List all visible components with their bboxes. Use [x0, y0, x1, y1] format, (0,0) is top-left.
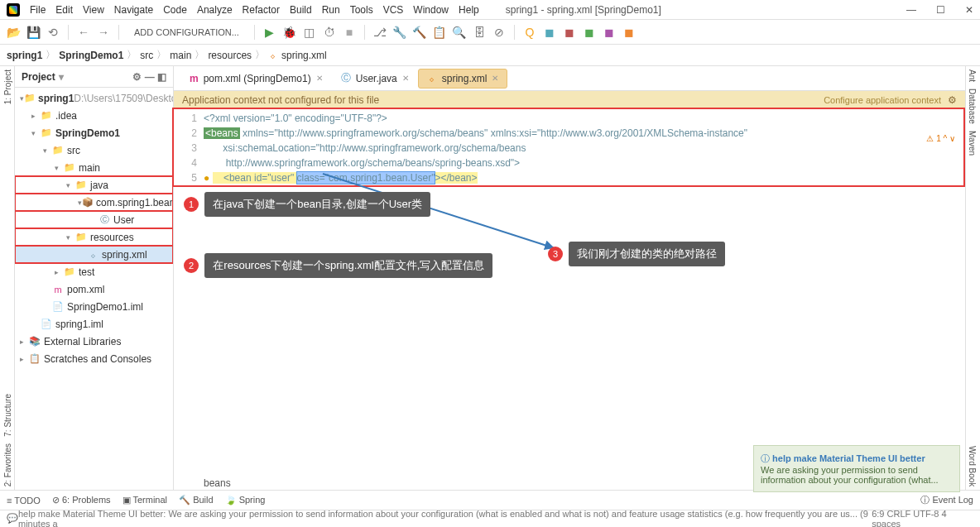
tree-item[interactable]: ▸📋Scratches and Consoles	[15, 350, 173, 367]
crumb-src[interactable]: src	[140, 50, 153, 61]
save-icon[interactable]: 💾	[26, 26, 40, 39]
toast-body: We are asking your permission to send in…	[761, 465, 939, 485]
tab-user[interactable]: ⒸUser.java✕	[332, 67, 418, 89]
right-sidebar: Ant Database Maven Word Book	[965, 66, 980, 490]
menu-help[interactable]: Help	[459, 4, 479, 16]
sq4-icon[interactable]: ◼	[603, 26, 616, 39]
toolbar: 📂 💾 ⟲ ← → ADD CONFIGURATION... ▶ 🐞 ◫ ⏱ ■…	[0, 20, 980, 45]
configure-context-link[interactable]: Configure application context	[824, 95, 941, 105]
run-icon[interactable]: ▶	[263, 26, 276, 39]
tree-item[interactable]: ▸📁.idea	[15, 107, 173, 124]
close-icon[interactable]: ✕	[965, 4, 973, 16]
sq3-icon[interactable]: ◼	[583, 26, 596, 39]
menu-refactor[interactable]: Refactor	[243, 4, 280, 16]
menu-view[interactable]: View	[83, 4, 104, 16]
tab-eventlog[interactable]: Event Log	[932, 495, 973, 505]
structure-icon[interactable]: 📋	[433, 26, 446, 39]
sq1-icon[interactable]: ◼	[543, 26, 556, 39]
menu-bar: File Edit View Navigate Code Analyze Ref…	[0, 0, 980, 20]
debug-icon[interactable]: 🐞	[283, 26, 296, 39]
tab-terminal[interactable]: Terminal	[132, 495, 167, 505]
sidebar-maven[interactable]: Maven	[966, 127, 980, 159]
forward-icon[interactable]: →	[97, 26, 110, 39]
close-tab-icon[interactable]: ✕	[402, 74, 409, 83]
menu-file[interactable]: File	[30, 4, 46, 16]
tree-item[interactable]: 📄spring1.iml	[15, 315, 173, 333]
annotation-2-icon: 2	[184, 258, 199, 273]
tree-item[interactable]: ▾📦com.spring1.bean	[15, 194, 173, 211]
project-settings-icon[interactable]: ⚙ — ◧	[132, 71, 166, 83]
tree-item[interactable]: ▾📁SpringDemo1	[15, 124, 173, 141]
sidebar-structure[interactable]: 7: Structure	[0, 390, 14, 440]
menu-edit[interactable]: Edit	[55, 4, 73, 16]
tree-item[interactable]: ▾📁main	[15, 159, 173, 176]
q-icon[interactable]: Q	[523, 26, 536, 39]
menu-window[interactable]: Window	[413, 4, 449, 16]
add-configuration-button[interactable]: ADD CONFIGURATION...	[127, 26, 246, 39]
tab-todo[interactable]: TODO	[14, 496, 41, 505]
gear-icon[interactable]: ⚙	[948, 94, 957, 106]
tree-item[interactable]: ▸📁test	[15, 263, 173, 280]
window-title: spring1 - spring.xml [SpringDemo1]	[506, 4, 661, 16]
search-icon[interactable]: 🔍	[453, 26, 466, 39]
tree-item[interactable]: 📄SpringDemo1.iml	[15, 298, 173, 315]
crumb-spring1[interactable]: spring1	[7, 50, 42, 61]
open-icon[interactable]: 📂	[7, 26, 20, 39]
sq2-icon[interactable]: ◼	[563, 26, 576, 39]
sq5-icon[interactable]: ◼	[622, 26, 636, 39]
sidebar-project[interactable]: 1: Project	[0, 66, 14, 108]
tree-item[interactable]: ▸📚External Libraries	[15, 333, 173, 350]
menu-build[interactable]: Build	[290, 4, 312, 16]
toast-title: help make Material Theme UI better	[772, 453, 925, 463]
crumb-springxml[interactable]: spring.xml	[281, 50, 327, 61]
menu-run[interactable]: Run	[322, 4, 340, 16]
tool-icon[interactable]: 🔧	[393, 26, 406, 39]
tree-item[interactable]: mpom.xml	[15, 280, 173, 298]
close-tab-icon[interactable]: ✕	[316, 74, 323, 83]
editor-area: mpom.xml (SpringDemo1)✕ ⒸUser.java✕ 🝔spr…	[174, 66, 965, 490]
tab-spring[interactable]: Spring	[239, 495, 266, 505]
db-icon[interactable]: 🗄	[473, 26, 486, 39]
tree-item[interactable]: ⒸUser	[15, 211, 173, 228]
editor-breadcrumb[interactable]: beans	[204, 477, 231, 489]
back-icon[interactable]: ←	[77, 26, 90, 39]
menu-code[interactable]: Code	[163, 4, 187, 16]
tab-pom[interactable]: mpom.xml (SpringDemo1)✕	[180, 69, 332, 89]
stop-icon[interactable]: ■	[343, 26, 356, 39]
tree-item[interactable]: 🝔spring.xml	[15, 246, 173, 263]
tab-build[interactable]: Build	[193, 495, 213, 505]
refresh-icon[interactable]: ⟲	[46, 26, 60, 39]
minimize-icon[interactable]: —	[906, 4, 916, 16]
block-icon[interactable]: ⊘	[492, 26, 506, 39]
sidebar-ant[interactable]: Ant	[966, 66, 980, 85]
tree-item[interactable]: ▾📁spring1 D:\Users\17509\Desktop	[15, 89, 173, 107]
notification-toast[interactable]: ⓘ help make Material Theme UI better We …	[753, 445, 960, 492]
editor-tabs: mpom.xml (SpringDemo1)✕ ⒸUser.java✕ 🝔spr…	[174, 66, 965, 91]
project-panel: Project ▾ ⚙ — ◧ ▾📁spring1 D:\Users\17509…	[15, 66, 174, 490]
maximize-icon[interactable]: ☐	[936, 4, 945, 16]
crumb-springdemo1[interactable]: SpringDemo1	[59, 50, 123, 61]
tree-item[interactable]: ▾📁src	[15, 141, 173, 159]
status-message: help make Material Theme UI better: We a…	[18, 509, 872, 528]
tree-item[interactable]: ▾📁resources	[15, 228, 173, 246]
tree-item[interactable]: ▾📁java	[15, 176, 173, 194]
menu-analyze[interactable]: Analyze	[197, 4, 233, 16]
menu-vcs[interactable]: VCS	[383, 4, 404, 16]
tab-problems[interactable]: 6: Problems	[62, 495, 111, 505]
sidebar-wordbook[interactable]: Word Book	[966, 443, 980, 490]
menu-navigate[interactable]: Navigate	[114, 4, 153, 16]
coverage-icon[interactable]: ◫	[303, 26, 316, 39]
sidebar-favorites[interactable]: 2: Favorites	[0, 440, 14, 490]
crumb-resources[interactable]: resources	[208, 50, 252, 61]
sidebar-database[interactable]: Database	[966, 85, 980, 127]
project-header: Project	[22, 71, 55, 83]
profile-icon[interactable]: ⏱	[323, 26, 336, 39]
code-editor[interactable]: 12345 <?xml version="1.0" encoding="UTF-…	[174, 109, 963, 185]
menu-tools[interactable]: Tools	[350, 4, 373, 16]
project-tree[interactable]: ▾📁spring1 D:\Users\17509\Desktop▸📁.idea▾…	[15, 88, 173, 490]
tab-springxml[interactable]: 🝔spring.xml✕	[418, 69, 508, 89]
crumb-main[interactable]: main	[170, 50, 191, 61]
close-tab-icon[interactable]: ✕	[492, 74, 498, 83]
vcs-icon[interactable]: ⎇	[373, 26, 387, 39]
scope-icon[interactable]: 🔨	[413, 26, 426, 39]
